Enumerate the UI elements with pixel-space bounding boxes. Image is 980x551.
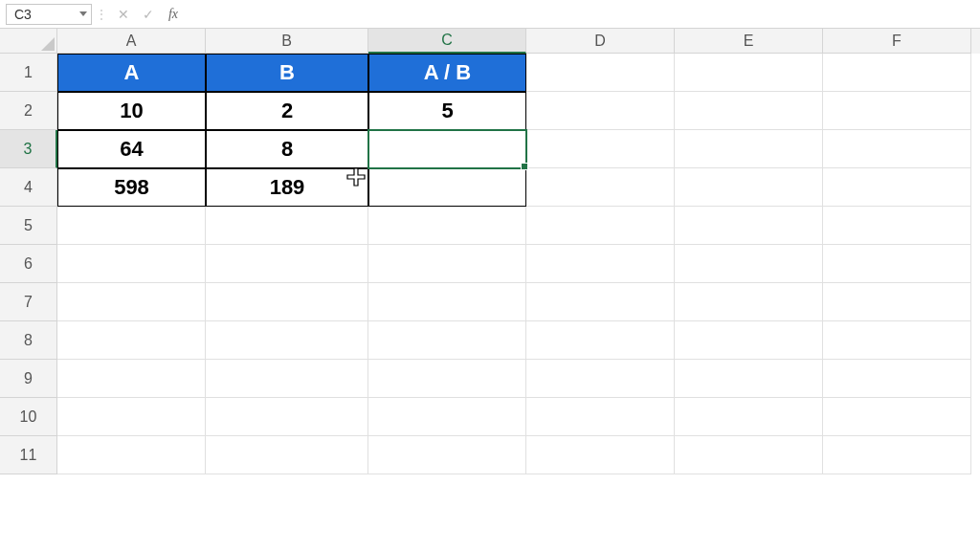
cell-B9[interactable] bbox=[206, 360, 368, 398]
cell-A8[interactable] bbox=[57, 321, 206, 360]
cell-C8[interactable] bbox=[368, 321, 526, 360]
cell-A4[interactable]: 598 bbox=[57, 168, 206, 207]
cell-F11[interactable] bbox=[823, 436, 971, 474]
cell-D6[interactable] bbox=[526, 245, 675, 283]
row-header-9[interactable]: 9 bbox=[0, 360, 57, 398]
enter-button[interactable]: ✓ bbox=[136, 4, 161, 25]
select-all-triangle[interactable] bbox=[0, 29, 57, 54]
cell-text: A bbox=[124, 60, 140, 85]
name-box[interactable]: C3 bbox=[6, 4, 92, 25]
cell-B3[interactable]: 8 bbox=[206, 130, 368, 168]
cell-E1[interactable] bbox=[675, 54, 823, 92]
cell-E8[interactable] bbox=[675, 321, 823, 360]
cell-C2[interactable]: 5 bbox=[368, 92, 526, 130]
cell-B11[interactable] bbox=[206, 436, 368, 474]
col-header-C[interactable]: C bbox=[368, 29, 526, 54]
cell-C11[interactable] bbox=[368, 436, 526, 474]
cell-A2[interactable]: 10 bbox=[57, 92, 206, 130]
cell-text: B bbox=[279, 60, 295, 85]
cell-D7[interactable] bbox=[526, 283, 675, 321]
cell-F2[interactable] bbox=[823, 92, 971, 130]
cell-F3[interactable] bbox=[823, 130, 971, 168]
cell-C3[interactable] bbox=[368, 130, 526, 168]
row-header-6[interactable]: 6 bbox=[0, 245, 57, 283]
row-2: 2 10 2 5 bbox=[0, 92, 980, 130]
cell-E4[interactable] bbox=[675, 168, 823, 207]
row-header-10[interactable]: 10 bbox=[0, 398, 57, 436]
col-header-A[interactable]: A bbox=[57, 29, 206, 54]
cell-D9[interactable] bbox=[526, 360, 675, 398]
cell-F1[interactable] bbox=[823, 54, 971, 92]
row-header-7[interactable]: 7 bbox=[0, 283, 57, 321]
cell-D1[interactable] bbox=[526, 54, 675, 92]
separator: ⋮ bbox=[92, 7, 111, 22]
col-label: C bbox=[441, 32, 453, 49]
cell-F8[interactable] bbox=[823, 321, 971, 360]
cell-D5[interactable] bbox=[526, 207, 675, 245]
row-header-5[interactable]: 5 bbox=[0, 207, 57, 245]
cell-C10[interactable] bbox=[368, 398, 526, 436]
cell-text: 10 bbox=[120, 99, 143, 123]
row-header-2[interactable]: 2 bbox=[0, 92, 57, 130]
cell-B4[interactable]: 189 bbox=[206, 168, 368, 207]
col-header-D[interactable]: D bbox=[526, 29, 675, 54]
col-label: D bbox=[594, 33, 606, 50]
cell-A6[interactable] bbox=[57, 245, 206, 283]
row-9: 9 bbox=[0, 360, 980, 398]
cell-A3[interactable]: 64 bbox=[57, 130, 206, 168]
cell-B7[interactable] bbox=[206, 283, 368, 321]
row-header-4[interactable]: 4 bbox=[0, 168, 57, 207]
cell-F5[interactable] bbox=[823, 207, 971, 245]
cell-E11[interactable] bbox=[675, 436, 823, 474]
cell-C5[interactable] bbox=[368, 207, 526, 245]
cell-C1[interactable]: A / B bbox=[368, 54, 526, 92]
cell-D11[interactable] bbox=[526, 436, 675, 474]
cell-F9[interactable] bbox=[823, 360, 971, 398]
cell-F6[interactable] bbox=[823, 245, 971, 283]
cell-B5[interactable] bbox=[206, 207, 368, 245]
cell-D3[interactable] bbox=[526, 130, 675, 168]
cell-F10[interactable] bbox=[823, 398, 971, 436]
cell-D2[interactable] bbox=[526, 92, 675, 130]
formula-bar: C3 ⋮ ✕ ✓ fx bbox=[0, 0, 980, 29]
cell-E10[interactable] bbox=[675, 398, 823, 436]
row-header-8[interactable]: 8 bbox=[0, 321, 57, 360]
col-header-F[interactable]: F bbox=[823, 29, 971, 54]
cell-C7[interactable] bbox=[368, 283, 526, 321]
cell-A9[interactable] bbox=[57, 360, 206, 398]
cell-B8[interactable] bbox=[206, 321, 368, 360]
row-header-1[interactable]: 1 bbox=[0, 54, 57, 92]
cell-A10[interactable] bbox=[57, 398, 206, 436]
cell-D8[interactable] bbox=[526, 321, 675, 360]
cell-A11[interactable] bbox=[57, 436, 206, 474]
insert-function-button[interactable]: fx bbox=[161, 4, 186, 25]
cell-E6[interactable] bbox=[675, 245, 823, 283]
cell-C4[interactable] bbox=[368, 168, 526, 207]
col-header-E[interactable]: E bbox=[675, 29, 823, 54]
cell-A7[interactable] bbox=[57, 283, 206, 321]
cell-E3[interactable] bbox=[675, 130, 823, 168]
cell-C9[interactable] bbox=[368, 360, 526, 398]
col-header-B[interactable]: B bbox=[206, 29, 368, 54]
name-box-dropdown-icon[interactable] bbox=[79, 11, 87, 16]
cell-B2[interactable]: 2 bbox=[206, 92, 368, 130]
cell-E7[interactable] bbox=[675, 283, 823, 321]
cell-A1[interactable]: A bbox=[57, 54, 206, 92]
formula-input[interactable] bbox=[186, 4, 980, 25]
cell-C6[interactable] bbox=[368, 245, 526, 283]
cell-E9[interactable] bbox=[675, 360, 823, 398]
row-header-3[interactable]: 3 bbox=[0, 130, 57, 168]
cancel-button[interactable]: ✕ bbox=[111, 4, 136, 25]
cell-B10[interactable] bbox=[206, 398, 368, 436]
cell-F4[interactable] bbox=[823, 168, 971, 207]
cell-D10[interactable] bbox=[526, 398, 675, 436]
cell-D4[interactable] bbox=[526, 168, 675, 207]
cell-B6[interactable] bbox=[206, 245, 368, 283]
cell-F7[interactable] bbox=[823, 283, 971, 321]
cell-E5[interactable] bbox=[675, 207, 823, 245]
cell-B1[interactable]: B bbox=[206, 54, 368, 92]
row-header-11[interactable]: 11 bbox=[0, 436, 57, 474]
cell-E2[interactable] bbox=[675, 92, 823, 130]
row-11: 11 bbox=[0, 436, 980, 474]
cell-A5[interactable] bbox=[57, 207, 206, 245]
